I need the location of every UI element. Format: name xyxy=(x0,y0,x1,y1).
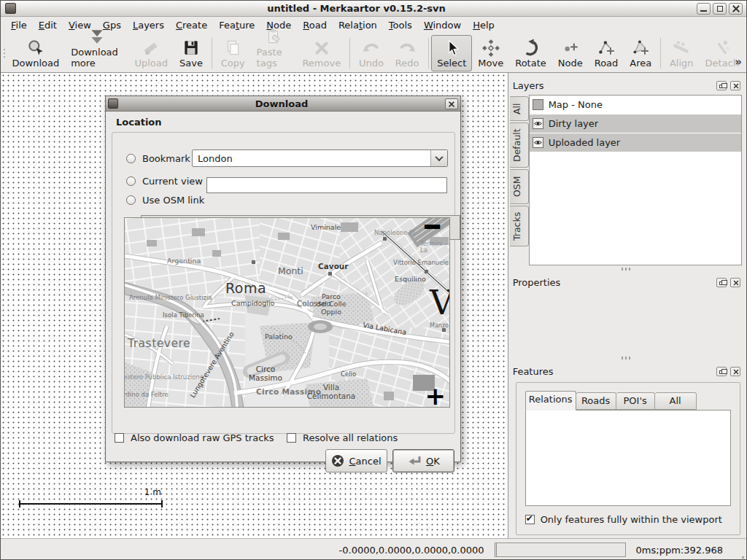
features-list[interactable] xyxy=(525,410,731,506)
cancel-button[interactable]: Cancel xyxy=(325,449,387,472)
layer-visibility-checkbox[interactable] xyxy=(533,99,543,110)
resolve-relations-checkbox[interactable] xyxy=(287,433,296,443)
menu-tools[interactable]: Tools xyxy=(383,18,418,32)
dialog-close-button[interactable] xyxy=(445,98,458,109)
move-label: Move xyxy=(478,58,503,69)
toolbar-overflow-chevron[interactable]: » xyxy=(735,55,742,69)
node-label: Node xyxy=(558,58,583,69)
features-tab-all[interactable]: All xyxy=(655,392,697,410)
layers-close-button[interactable] xyxy=(730,81,740,90)
features-close-button[interactable] xyxy=(730,367,740,376)
area-tool-button[interactable]: Area xyxy=(624,35,657,71)
toolbar-handle[interactable] xyxy=(2,35,7,71)
menu-relation[interactable]: Relation xyxy=(333,18,383,32)
gps-tracks-option[interactable]: Also download raw GPS tracks xyxy=(115,432,274,443)
features-panel-header: Features xyxy=(510,362,742,381)
osm-link-input[interactable] xyxy=(206,177,447,193)
redo-label: Redo xyxy=(395,58,419,69)
layer-row-dirty[interactable]: Dirty layer xyxy=(530,114,741,133)
properties-float-button[interactable] xyxy=(716,278,727,287)
undo-label: Undo xyxy=(359,58,384,69)
map-preview[interactable]: Argentina Arenula Ministero Giustizia Ro… xyxy=(124,217,450,408)
bookmark-combobox[interactable]: London xyxy=(192,149,448,167)
menu-layers[interactable]: Layers xyxy=(127,18,170,32)
menu-window[interactable]: Window xyxy=(418,18,467,32)
toolbar-separator xyxy=(660,38,661,69)
menu-edit[interactable]: Edit xyxy=(33,18,63,32)
resolve-relations-option[interactable]: Resolve all relations xyxy=(287,432,398,443)
paste-tags-button[interactable]: Paste tags xyxy=(251,35,297,71)
menu-file[interactable]: File xyxy=(5,18,33,32)
layers-panel-header: Layers xyxy=(510,76,742,95)
performance-readout: 0ms;ppm:392.968 xyxy=(636,545,723,556)
features-panel-title: Features xyxy=(513,366,713,377)
coordinates-readout: -0.0000,0.0000,0.0000,0.0000 xyxy=(339,545,484,556)
map-graphic xyxy=(125,218,450,408)
upload-button[interactable]: Upload xyxy=(128,35,174,71)
dialog-titlebar[interactable]: Download xyxy=(106,96,460,112)
download-more-button[interactable]: Download more xyxy=(65,35,128,71)
layers-float-button[interactable] xyxy=(716,81,727,90)
layers-tab-all[interactable]: All xyxy=(510,96,529,121)
align-button[interactable]: Align xyxy=(664,35,700,71)
osm-link-option[interactable]: Use OSM link xyxy=(126,195,204,206)
close-button[interactable] xyxy=(729,3,743,15)
zoom-in-control[interactable]: + xyxy=(425,384,446,408)
dialog-icon xyxy=(108,98,118,109)
menu-feature[interactable]: Feature xyxy=(213,18,260,32)
select-tool-button[interactable]: Select xyxy=(431,35,472,71)
save-button[interactable]: Save xyxy=(174,35,209,71)
align-label: Align xyxy=(670,58,694,69)
current-view-radio[interactable] xyxy=(126,176,136,186)
download-button[interactable]: Download xyxy=(7,35,66,71)
layers-tab-osm[interactable]: OSM xyxy=(510,169,529,204)
bookmark-radio[interactable] xyxy=(126,154,136,163)
redo-icon xyxy=(398,38,417,58)
eye-icon[interactable] xyxy=(533,137,543,148)
resize-grip[interactable] xyxy=(742,556,744,559)
features-tab-pois[interactable]: POI's xyxy=(616,392,655,410)
properties-close-button[interactable] xyxy=(730,278,740,287)
node-tool-button[interactable]: Node xyxy=(552,35,589,71)
layer-row-map[interactable]: Map - None xyxy=(530,96,741,114)
remove-button[interactable]: Remove xyxy=(296,35,347,71)
features-tab-relations[interactable]: Relations xyxy=(525,391,576,411)
move-tool-button[interactable]: Move xyxy=(472,35,509,71)
titlebar[interactable]: untitled - Merkaartor v0.15.2-svn xyxy=(1,1,746,17)
eye-icon[interactable] xyxy=(533,118,543,129)
dock-splitter[interactable] xyxy=(510,354,742,362)
menu-help[interactable]: Help xyxy=(467,18,500,32)
dock-splitter[interactable] xyxy=(510,265,742,273)
osm-link-label: Use OSM link xyxy=(142,195,204,206)
layer-row-uploaded[interactable]: Uploaded layer xyxy=(530,133,741,152)
rotate-tool-button[interactable]: Rotate xyxy=(509,35,552,71)
minimize-button[interactable] xyxy=(697,3,711,15)
progress-bar xyxy=(495,542,626,557)
zoom-out-control[interactable]: − xyxy=(422,217,444,244)
copy-button[interactable]: Copy xyxy=(215,35,251,71)
current-view-option[interactable]: Current view xyxy=(126,176,203,187)
undo-button[interactable]: Undo xyxy=(353,35,390,71)
upload-icon xyxy=(142,38,160,58)
gps-tracks-checkbox[interactable] xyxy=(115,433,124,443)
properties-empty-area xyxy=(510,292,742,354)
layers-list: Map - None Dirty layer Uploaded layer xyxy=(529,95,742,265)
osm-link-radio[interactable] xyxy=(126,195,136,205)
select-icon xyxy=(442,38,461,58)
features-tab-roads[interactable]: Roads xyxy=(576,392,616,410)
redo-button[interactable]: Redo xyxy=(390,35,425,71)
viewport-only-checkbox[interactable] xyxy=(525,515,535,524)
bookmark-option[interactable]: Bookmark xyxy=(126,153,190,164)
close-icon xyxy=(449,101,454,107)
features-float-button[interactable] xyxy=(716,367,727,376)
ok-button[interactable]: OK xyxy=(392,449,454,472)
maximize-button[interactable] xyxy=(713,3,727,15)
layers-tab-tracks[interactable]: Tracks xyxy=(510,206,529,246)
combo-arrow-button[interactable] xyxy=(430,150,447,166)
road-tool-button[interactable]: Road xyxy=(589,35,624,71)
copy-label: Copy xyxy=(221,58,245,69)
menu-road[interactable]: Road xyxy=(297,18,333,32)
layers-tab-default[interactable]: Default xyxy=(510,122,529,168)
menu-create[interactable]: Create xyxy=(170,18,213,32)
close-icon xyxy=(732,5,740,12)
